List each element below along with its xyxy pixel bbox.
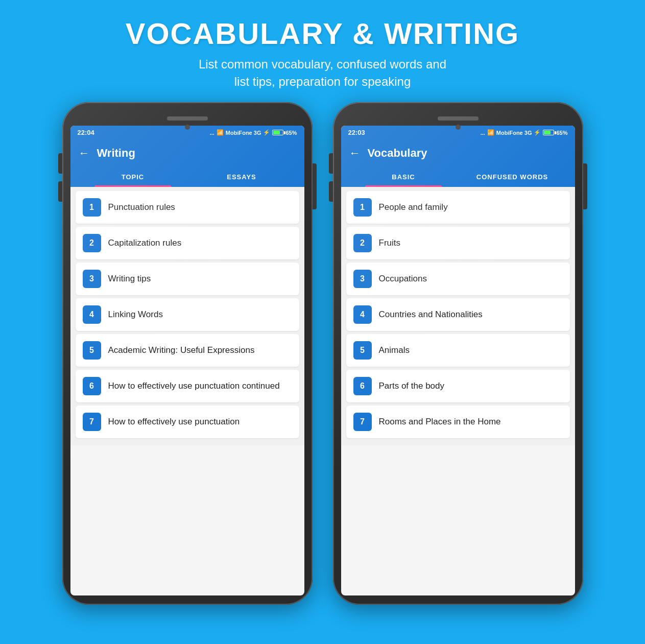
right-item-number-2: 2 bbox=[353, 234, 372, 252]
left-list-item[interactable]: 7 How to effectively use punctuation bbox=[76, 406, 299, 438]
right-bolt: ⚡ bbox=[534, 129, 541, 136]
right-item-text-7: Rooms and Places in the Home bbox=[379, 416, 501, 427]
left-phone-speaker bbox=[167, 116, 208, 121]
left-phone-frame: 22:04 ... 📶 MobiFone 3G ⚡ 65% bbox=[62, 102, 313, 605]
left-app-title: Writing bbox=[97, 147, 135, 160]
right-list-item[interactable]: 2 Fruits bbox=[346, 227, 570, 259]
left-item-text-3: Writing tips bbox=[108, 273, 151, 284]
left-phone-camera bbox=[185, 125, 190, 130]
right-app-title: Vocabulary bbox=[368, 147, 427, 160]
page-title: VOCABULARY & WRITING bbox=[126, 16, 519, 51]
right-status-time: 22:03 bbox=[348, 129, 365, 136]
left-phone-volume-down bbox=[58, 181, 62, 202]
left-status-time: 22:04 bbox=[78, 129, 94, 136]
left-list-item[interactable]: 5 Academic Writing: Useful Expressions bbox=[76, 334, 299, 367]
right-item-text-6: Parts of the body bbox=[379, 380, 445, 392]
right-list-item[interactable]: 4 Countries and Nationalities bbox=[346, 298, 570, 331]
right-battery-pct: 65% bbox=[556, 130, 567, 136]
left-app-header: ← Writing bbox=[70, 139, 304, 167]
left-tab-topic[interactable]: TOPIC bbox=[79, 167, 187, 187]
left-item-number-3: 3 bbox=[83, 270, 101, 288]
left-item-text-1: Punctuation rules bbox=[108, 202, 175, 213]
right-item-text-2: Fruits bbox=[379, 237, 401, 249]
left-phone-wrapper: 22:04 ... 📶 MobiFone 3G ⚡ 65% bbox=[62, 102, 313, 605]
right-item-text-3: Occupations bbox=[379, 273, 427, 284]
left-phone-screen: 22:04 ... 📶 MobiFone 3G ⚡ 65% bbox=[70, 126, 304, 595]
right-status-right: ... 📶 MobiFone 3G ⚡ 65% bbox=[481, 129, 568, 136]
left-item-number-7: 7 bbox=[83, 413, 101, 431]
right-phone-volume-up bbox=[329, 153, 333, 174]
right-item-text-4: Countries and Nationalities bbox=[379, 309, 483, 320]
right-item-number-1: 1 bbox=[353, 198, 372, 217]
left-item-number-4: 4 bbox=[83, 305, 101, 324]
right-phone-camera bbox=[456, 125, 461, 130]
right-phone-volume-down bbox=[329, 181, 333, 202]
left-item-text-4: Linking Words bbox=[108, 309, 163, 320]
left-battery-pct: 65% bbox=[285, 130, 297, 136]
right-list-item[interactable]: 6 Parts of the body bbox=[346, 370, 570, 402]
left-tabs-bar: TOPIC ESSAYS bbox=[70, 167, 304, 187]
left-list-item[interactable]: 3 Writing tips bbox=[76, 263, 299, 295]
right-list-item[interactable]: 7 Rooms and Places in the Home bbox=[346, 406, 570, 438]
right-tab-confused-words[interactable]: CONFUSED WORDS bbox=[458, 167, 567, 187]
left-battery-body bbox=[272, 130, 283, 135]
left-list-item[interactable]: 6 How to effectively use punctuation con… bbox=[76, 370, 299, 402]
left-status-right: ... 📶 MobiFone 3G ⚡ 65% bbox=[210, 129, 297, 136]
left-item-text-5: Academic Writing: Useful Expressions bbox=[108, 345, 255, 356]
phones-container: 22:04 ... 📶 MobiFone 3G ⚡ 65% bbox=[47, 102, 599, 605]
left-item-text-6: How to effectively use punctuation conti… bbox=[108, 380, 280, 392]
right-back-arrow-icon[interactable]: ← bbox=[349, 147, 361, 160]
left-list-item[interactable]: 2 Capitalization rules bbox=[76, 227, 299, 259]
right-phone-screen: 22:03 ... 📶 MobiFone 3G ⚡ 65% bbox=[341, 126, 575, 595]
right-tab-basic[interactable]: BASIC bbox=[349, 167, 458, 187]
header-section: VOCABULARY & WRITING List common vocabul… bbox=[105, 0, 540, 102]
left-bolt: ⚡ bbox=[263, 129, 270, 136]
left-carrier: MobiFone 3G bbox=[226, 130, 261, 136]
right-phone-power-btn bbox=[583, 174, 587, 209]
right-list-item[interactable]: 1 People and family bbox=[346, 191, 570, 224]
right-item-number-7: 7 bbox=[353, 413, 372, 431]
left-battery-icon bbox=[272, 130, 283, 135]
right-item-text-5: Animals bbox=[379, 345, 410, 356]
right-item-text-1: People and family bbox=[379, 202, 448, 213]
left-back-arrow-icon[interactable]: ← bbox=[79, 147, 90, 160]
right-carrier: MobiFone 3G bbox=[496, 130, 532, 136]
right-item-number-4: 4 bbox=[353, 305, 372, 324]
right-phone-wrapper: 22:03 ... 📶 MobiFone 3G ⚡ 65% bbox=[333, 102, 583, 605]
right-battery-icon bbox=[543, 130, 554, 135]
right-list-container: 1 People and family 2 Fruits 3 Occupatio… bbox=[341, 187, 575, 445]
right-signal-bars: 📶 bbox=[487, 129, 494, 136]
left-phone-volume-up bbox=[58, 153, 62, 174]
page-subtitle: List common vocabulary, confused words a… bbox=[126, 56, 519, 90]
left-item-number-5: 5 bbox=[83, 341, 101, 360]
right-signal-dots: ... bbox=[481, 130, 485, 136]
left-item-number-6: 6 bbox=[83, 377, 101, 395]
right-phone-frame: 22:03 ... 📶 MobiFone 3G ⚡ 65% bbox=[333, 102, 583, 605]
left-battery-fill bbox=[273, 131, 280, 134]
right-battery-fill bbox=[544, 131, 551, 134]
left-item-number-2: 2 bbox=[83, 234, 101, 252]
right-battery-body bbox=[543, 130, 554, 135]
left-phone-power-btn bbox=[313, 174, 317, 209]
left-item-text-2: Capitalization rules bbox=[108, 237, 182, 249]
right-item-number-3: 3 bbox=[353, 270, 372, 288]
left-signal-dots: ... bbox=[210, 130, 214, 136]
left-signal-bars: 📶 bbox=[217, 129, 224, 136]
left-list-container: 1 Punctuation rules 2 Capitalization rul… bbox=[70, 187, 304, 445]
left-list-item[interactable]: 1 Punctuation rules bbox=[76, 191, 299, 224]
left-list-item[interactable]: 4 Linking Words bbox=[76, 298, 299, 331]
left-item-text-7: How to effectively use punctuation bbox=[108, 416, 240, 427]
right-list-item[interactable]: 5 Animals bbox=[346, 334, 570, 367]
right-item-number-5: 5 bbox=[353, 341, 372, 360]
right-tabs-bar: BASIC CONFUSED WORDS bbox=[341, 167, 575, 187]
right-item-number-6: 6 bbox=[353, 377, 372, 395]
right-app-header: ← Vocabulary bbox=[341, 139, 575, 167]
left-item-number-1: 1 bbox=[83, 198, 101, 217]
right-list-item[interactable]: 3 Occupations bbox=[346, 263, 570, 295]
right-phone-speaker bbox=[438, 116, 479, 121]
left-tab-essays[interactable]: ESSAYS bbox=[187, 167, 296, 187]
